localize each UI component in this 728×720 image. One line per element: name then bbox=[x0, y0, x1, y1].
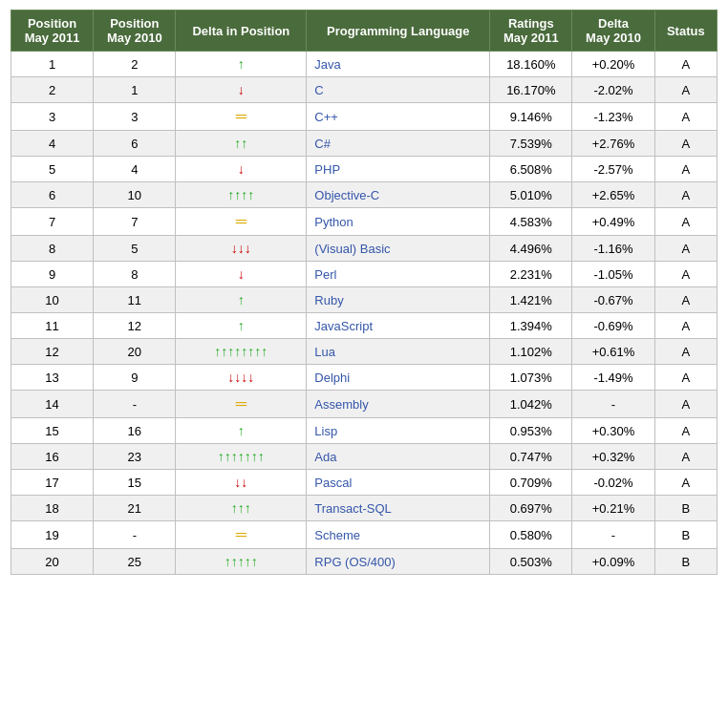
status-cell: A bbox=[654, 131, 717, 157]
delta-val-cell: -0.69% bbox=[572, 313, 654, 339]
lang-cell: C bbox=[307, 77, 490, 103]
delta-val-cell: -0.67% bbox=[572, 287, 654, 313]
delta-cell: ↑ bbox=[176, 52, 307, 77]
status-cell: B bbox=[654, 521, 717, 549]
rating-cell: 18.160% bbox=[490, 52, 572, 77]
status-cell: A bbox=[654, 444, 717, 470]
table-row: 9 8 ↓ Perl 2.231% -1.05% A bbox=[11, 262, 717, 287]
lang-cell: C++ bbox=[307, 103, 490, 131]
pos2010-cell: - bbox=[94, 391, 176, 418]
col-header-pos2010: PositionMay 2010 bbox=[94, 11, 176, 52]
pos2011-cell: 3 bbox=[11, 103, 94, 131]
delta-cell: ↓↓↓↓ bbox=[176, 365, 307, 391]
pos2011-cell: 19 bbox=[11, 521, 94, 549]
table-row: 1 2 ↑ Java 18.160% +0.20% A bbox=[11, 52, 717, 77]
rating-cell: 0.580% bbox=[490, 521, 572, 549]
lang-cell: Perl bbox=[307, 262, 490, 287]
col-header-rating: RatingsMay 2011 bbox=[490, 11, 572, 52]
delta-val-cell: +0.09% bbox=[572, 549, 654, 575]
status-cell: B bbox=[654, 549, 717, 575]
table-row: 17 15 ↓↓ Pascal 0.709% -0.02% A bbox=[11, 470, 717, 496]
lang-cell: Lisp bbox=[307, 418, 490, 444]
delta-val-cell: -1.16% bbox=[572, 236, 654, 262]
rating-cell: 4.496% bbox=[490, 236, 572, 262]
delta-cell: ↓ bbox=[176, 77, 307, 103]
table-row: 7 7 ═ Python 4.583% +0.49% A bbox=[11, 208, 717, 236]
lang-cell: JavaScript bbox=[307, 313, 490, 339]
rating-cell: 2.231% bbox=[490, 262, 572, 287]
rating-cell: 1.394% bbox=[490, 313, 572, 339]
delta-cell: ↓↓ bbox=[176, 470, 307, 496]
pos2011-cell: 10 bbox=[11, 287, 94, 313]
status-cell: A bbox=[654, 103, 717, 131]
delta-cell: ↑↑↑↑↑↑↑↑ bbox=[176, 339, 307, 365]
delta-val-cell: +2.76% bbox=[572, 131, 654, 157]
pos2011-cell: 9 bbox=[11, 262, 94, 287]
lang-cell: C# bbox=[307, 131, 490, 157]
pos2011-cell: 20 bbox=[11, 549, 94, 575]
pos2010-cell: 3 bbox=[94, 103, 176, 131]
delta-val-cell: -1.23% bbox=[572, 103, 654, 131]
pos2010-cell: - bbox=[94, 521, 176, 549]
delta-val-cell: +0.21% bbox=[572, 496, 654, 521]
rating-cell: 7.539% bbox=[490, 131, 572, 157]
lang-cell: Ruby bbox=[307, 287, 490, 313]
lang-cell: Transact-SQL bbox=[307, 496, 490, 521]
rating-cell: 0.709% bbox=[490, 470, 572, 496]
pos2011-cell: 4 bbox=[11, 131, 94, 157]
lang-cell: RPG (OS/400) bbox=[307, 549, 490, 575]
table-row: 14 - ═ Assembly 1.042% - A bbox=[11, 391, 717, 418]
pos2011-cell: 1 bbox=[11, 52, 94, 77]
table-row: 2 1 ↓ C 16.170% -2.02% A bbox=[11, 77, 717, 103]
delta-cell: ↑↑↑↑ bbox=[176, 182, 307, 208]
lang-cell: Pascal bbox=[307, 470, 490, 496]
status-cell: A bbox=[654, 418, 717, 444]
pos2010-cell: 2 bbox=[94, 52, 176, 77]
pos2011-cell: 2 bbox=[11, 77, 94, 103]
table-row: 4 6 ↑↑ C# 7.539% +2.76% A bbox=[11, 131, 717, 157]
status-cell: A bbox=[654, 157, 717, 182]
table-row: 6 10 ↑↑↑↑ Objective-C 5.010% +2.65% A bbox=[11, 182, 717, 208]
pos2011-cell: 12 bbox=[11, 339, 94, 365]
pos2010-cell: 6 bbox=[94, 131, 176, 157]
lang-cell: (Visual) Basic bbox=[307, 236, 490, 262]
status-cell: A bbox=[654, 182, 717, 208]
status-cell: A bbox=[654, 236, 717, 262]
delta-cell: ↑↑ bbox=[176, 131, 307, 157]
delta-val-cell: -2.02% bbox=[572, 77, 654, 103]
delta-val-cell: -1.49% bbox=[572, 365, 654, 391]
table-row: 12 20 ↑↑↑↑↑↑↑↑ Lua 1.102% +0.61% A bbox=[11, 339, 717, 365]
delta-val-cell: +0.32% bbox=[572, 444, 654, 470]
rating-cell: 0.747% bbox=[490, 444, 572, 470]
lang-cell: Ada bbox=[307, 444, 490, 470]
status-cell: A bbox=[654, 77, 717, 103]
pos2010-cell: 12 bbox=[94, 313, 176, 339]
pos2010-cell: 10 bbox=[94, 182, 176, 208]
delta-cell: ↑↑↑↑↑ bbox=[176, 549, 307, 575]
delta-val-cell: - bbox=[572, 521, 654, 549]
pos2010-cell: 5 bbox=[94, 236, 176, 262]
pos2010-cell: 8 bbox=[94, 262, 176, 287]
delta-val-cell: +0.30% bbox=[572, 418, 654, 444]
status-cell: A bbox=[654, 470, 717, 496]
delta-val-cell: +2.65% bbox=[572, 182, 654, 208]
pos2010-cell: 25 bbox=[94, 549, 176, 575]
status-cell: B bbox=[654, 496, 717, 521]
status-cell: A bbox=[654, 313, 717, 339]
delta-val-cell: - bbox=[572, 391, 654, 418]
lang-cell: Python bbox=[307, 208, 490, 236]
pos2010-cell: 11 bbox=[94, 287, 176, 313]
programming-language-table: PositionMay 2011 PositionMay 2010 Delta … bbox=[11, 10, 717, 575]
delta-cell: ═ bbox=[176, 208, 307, 236]
col-header-pos2011: PositionMay 2011 bbox=[11, 11, 94, 52]
delta-cell: ↑↑↑↑↑↑↑ bbox=[176, 444, 307, 470]
pos2010-cell: 15 bbox=[94, 470, 176, 496]
delta-cell: ═ bbox=[176, 521, 307, 549]
pos2011-cell: 14 bbox=[11, 391, 94, 418]
delta-val-cell: +0.61% bbox=[572, 339, 654, 365]
pos2010-cell: 20 bbox=[94, 339, 176, 365]
status-cell: A bbox=[654, 262, 717, 287]
rating-cell: 0.503% bbox=[490, 549, 572, 575]
status-cell: A bbox=[654, 365, 717, 391]
lang-cell: Delphi bbox=[307, 365, 490, 391]
